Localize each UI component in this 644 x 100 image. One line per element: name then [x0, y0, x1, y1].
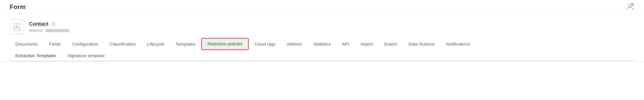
- nav-first-row: DocumentsFieldsConfigurationClassificati…: [10, 38, 634, 50]
- page-title: Form: [10, 3, 26, 11]
- tab-api[interactable]: API: [336, 38, 355, 50]
- nav-second-row: Extraction TemplatesSignature template: [10, 50, 634, 61]
- tab-fields[interactable]: Fields: [43, 38, 66, 50]
- page-header: Form: [0, 0, 644, 14]
- tab-cloud-tags[interactable]: Cloud tags: [249, 38, 281, 50]
- entity-section: Contact i Athento: [0, 14, 644, 38]
- tab-data-science[interactable]: Data Science: [403, 38, 440, 50]
- svg-point-0: [628, 3, 631, 7]
- entity-info: Contact i Athento: [29, 21, 70, 33]
- tab-lifecycle[interactable]: Lifecycle: [141, 38, 170, 50]
- nav-section: DocumentsFieldsConfigurationClassificati…: [0, 38, 644, 62]
- info-icon[interactable]: i: [51, 22, 55, 26]
- tab-templates[interactable]: Templates: [170, 38, 201, 50]
- tab-retention-policies[interactable]: Retention policies: [201, 38, 249, 50]
- tab-statistics[interactable]: Statistics: [308, 38, 336, 50]
- tab-configuration[interactable]: Configuration: [66, 38, 104, 50]
- tab-documents[interactable]: Documents: [10, 38, 43, 50]
- entity-sub-label: Athento: [29, 28, 43, 33]
- header-actions: [626, 2, 634, 12]
- svg-point-3: [16, 25, 18, 27]
- tab-extraction-templates[interactable]: Extraction Templates: [10, 51, 62, 61]
- tab-export[interactable]: Export: [379, 38, 403, 50]
- tab-import[interactable]: Import: [355, 38, 378, 50]
- entity-name[interactable]: Contact: [29, 21, 48, 27]
- user-settings-icon[interactable]: [626, 2, 634, 12]
- entity-sub: Athento: [29, 28, 70, 33]
- tab-classification[interactable]: Classification: [104, 38, 142, 50]
- tab-signature-template[interactable]: Signature template: [62, 51, 110, 61]
- tab-notifications[interactable]: Notifications: [440, 38, 476, 50]
- entity-name-row: Contact i: [29, 21, 70, 27]
- entity-badge: [45, 29, 70, 32]
- entity-icon: [10, 20, 24, 34]
- tab-addons[interactable]: Addons: [281, 38, 308, 50]
